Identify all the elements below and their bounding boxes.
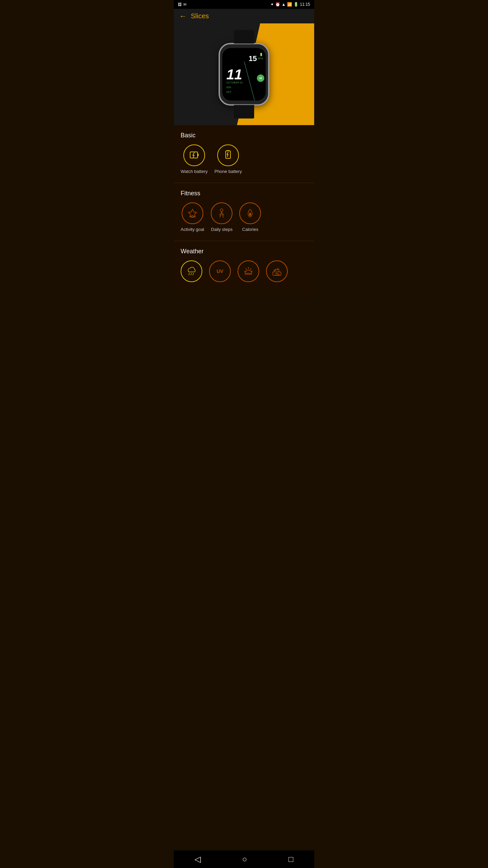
svg-line-19 [246,269,247,270]
weather-section-title: Weather [181,248,307,255]
svg-line-14 [191,273,191,275]
watch-phone-pct: 93% [226,86,231,88]
svg-point-12 [220,209,223,212]
watch-battery-svg [189,150,200,161]
basic-section: Basic Watch battery [174,125,314,183]
watch-display: 11 15 🔋 95% OCTOBER 01 93% 55°F 48 [219,43,269,106]
calories-item[interactable]: Calories [239,202,261,232]
status-left-icons: 🖼 ✉ [178,2,268,7]
phone-battery-item[interactable]: Phone battery [215,144,242,174]
rain-icon-circle [181,260,202,282]
battery-icon: 🔋 [293,2,299,7]
watch-badge: 48 [257,74,264,82]
pollution-item[interactable] [266,260,288,285]
wifi-icon: ▲ [282,2,286,7]
daily-steps-label: Daily steps [211,227,233,232]
alarm-icon: ⏰ [275,2,280,7]
watch-battery-pct: 95% [258,57,263,60]
watch-strap-bottom [234,105,254,119]
calories-label: Calories [242,227,259,232]
image-icon: 🖼 [178,2,182,6]
calories-icon-circle [239,202,261,224]
watch-minute: 15 [249,54,257,63]
svg-line-2 [193,153,194,155]
sunrise-item[interactable] [238,260,259,285]
nav-home-button[interactable]: ○ [242,854,247,864]
activity-goal-icon-circle [182,202,203,224]
svg-rect-11 [192,217,193,218]
uv-text: UV [217,269,223,274]
watch-weather: 55°F [226,91,231,93]
sunrise-svg [243,266,254,277]
fitness-section: Fitness Activity goal [174,183,314,241]
watch-screen: 11 15 🔋 95% OCTOBER 01 93% 55°F 48 [222,48,266,101]
nav-recents-button[interactable]: □ [288,854,293,864]
email-icon: ✉ [183,2,186,7]
status-right-icons: ✦ ⏰ ▲ 📶 🔋 11:15 [270,2,310,7]
header: ← Slices [174,9,314,23]
watch-info: 🔋 95% [258,53,263,60]
nav-back-button[interactable]: ◁ [195,854,201,864]
activity-goal-svg [187,208,198,219]
svg-point-24 [279,274,280,275]
daily-steps-svg [216,208,227,219]
page-title: Slices [191,12,209,20]
watch-date: OCTOBER 01 [226,81,243,84]
fitness-items-row: Activity goal Daily steps [181,202,307,237]
fitness-section-title: Fitness [181,190,307,197]
status-time: 11:15 [300,2,310,7]
rain-svg [186,266,197,277]
watch-body: 11 15 🔋 95% OCTOBER 01 93% 55°F 48 [219,43,269,106]
svg-rect-6 [227,150,229,151]
watch-hour: 11 [226,67,242,81]
uv-icon-circle: UV [209,260,231,282]
phone-battery-icon-circle [217,144,239,166]
phone-battery-svg [223,150,233,161]
hero-area: 11 15 🔋 95% OCTOBER 01 93% 55°F 48 [174,23,314,125]
watch-battery-icon: 🔋 [259,53,263,56]
activity-goal-label: Activity goal [181,227,204,232]
watch-strap-top [234,30,254,44]
svg-rect-22 [273,272,281,275]
watch-battery-item[interactable]: Watch battery [181,144,208,174]
uv-item[interactable]: UV [209,260,231,285]
status-bar: 🖼 ✉ ✦ ⏰ ▲ 📶 🔋 11:15 [174,0,314,9]
svg-line-7 [227,152,228,155]
weather-items-row: UV [181,260,307,290]
signal-icon: 📶 [287,2,292,7]
back-button[interactable]: ← [179,13,187,20]
pollution-icon-circle [266,260,288,282]
weather-section: Weather UV [174,241,314,294]
nav-bar: ◁ ○ □ [174,850,314,868]
basic-items-row: Watch battery Phone battery [181,144,307,179]
svg-rect-23 [276,273,278,275]
daily-steps-icon-circle [211,202,232,224]
pollution-svg [271,266,282,277]
svg-line-20 [250,269,251,270]
bluetooth-icon: ✦ [270,2,274,7]
phone-battery-label: Phone battery [215,169,242,174]
rain-item[interactable] [181,260,202,285]
svg-rect-1 [198,154,199,156]
svg-line-15 [193,273,194,275]
calories-svg [245,208,256,219]
basic-section-title: Basic [181,132,307,139]
svg-line-13 [189,273,189,275]
daily-steps-item[interactable]: Daily steps [211,202,232,232]
watch-battery-label: Watch battery [181,169,208,174]
content-area: Basic Watch battery [174,125,314,294]
sunrise-icon-circle [238,260,259,282]
activity-goal-item[interactable]: Activity goal [181,202,204,232]
watch-battery-icon-circle [183,144,205,166]
